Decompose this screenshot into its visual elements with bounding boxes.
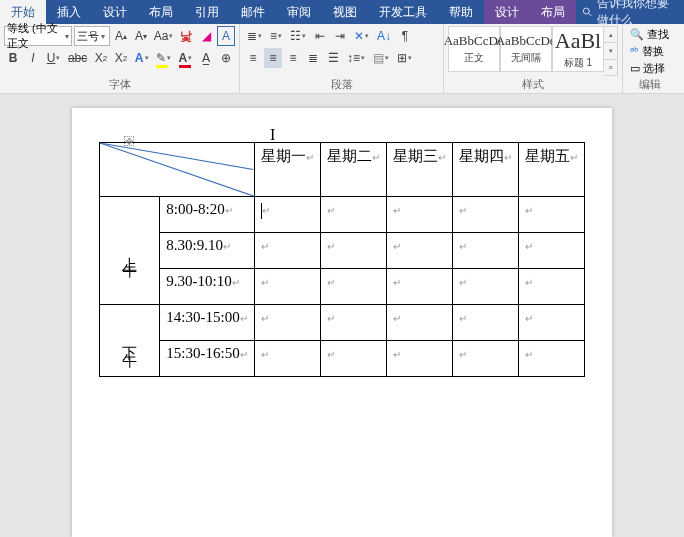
schedule-cell[interactable]: ↵: [386, 305, 452, 341]
bullets-button[interactable]: ≣▾: [244, 26, 265, 46]
align-left-button[interactable]: ≡: [244, 48, 262, 68]
schedule-cell[interactable]: ↵: [452, 305, 518, 341]
time-cell[interactable]: 9.30-10:10↵: [160, 269, 254, 305]
schedule-table[interactable]: 星期一↵ 星期二↵ 星期三↵ 星期四↵ 星期五↵ 上午 8:00-8:20↵ ↵…: [99, 142, 584, 377]
multilevel-button[interactable]: ☷▾: [287, 26, 309, 46]
italic-button[interactable]: I: [24, 48, 42, 68]
header-mon[interactable]: 星期一↵: [254, 143, 320, 197]
schedule-cell[interactable]: ↵: [386, 341, 452, 377]
bold-button[interactable]: B: [4, 48, 22, 68]
enclosed-char-button[interactable]: A̲: [197, 48, 215, 68]
style-gallery[interactable]: AaBbCcDd 正文 AaBbCcDd 无间隔 AaBl 标题 1 ▴ ▾ ≡: [448, 26, 618, 76]
asian-layout-button[interactable]: ✕▾: [351, 26, 372, 46]
shrink-font-button[interactable]: A▾: [132, 26, 150, 46]
select-button[interactable]: ▭选择: [627, 60, 672, 76]
change-case-button[interactable]: Aa▾: [152, 26, 175, 46]
style-heading1[interactable]: AaBl 标题 1: [552, 26, 604, 72]
tab-help[interactable]: 帮助: [438, 0, 484, 24]
show-marks-button[interactable]: ¶: [396, 26, 414, 46]
tab-design[interactable]: 设计: [92, 0, 138, 24]
tab-layout[interactable]: 布局: [138, 0, 184, 24]
schedule-cell[interactable]: ↵: [386, 197, 452, 233]
schedule-cell[interactable]: ↵: [452, 197, 518, 233]
time-cell[interactable]: 15:30-16:50↵: [160, 341, 254, 377]
superscript-button[interactable]: X2: [112, 48, 130, 68]
schedule-cell[interactable]: ↵: [254, 197, 320, 233]
schedule-cell[interactable]: ↵: [452, 233, 518, 269]
font-size-select[interactable]: 三号▾: [74, 26, 109, 46]
schedule-cell[interactable]: ↵: [518, 269, 584, 305]
header-thu[interactable]: 星期四↵: [452, 143, 518, 197]
find-button[interactable]: 🔍查找: [627, 26, 672, 42]
section-am[interactable]: 上午: [100, 197, 160, 305]
schedule-cell[interactable]: ↵: [254, 305, 320, 341]
clear-format-button[interactable]: ◢: [197, 26, 215, 46]
inc-indent-button[interactable]: ⇥: [331, 26, 349, 46]
subscript-button[interactable]: X2: [92, 48, 110, 68]
schedule-cell[interactable]: ↵: [254, 341, 320, 377]
grow-font-button[interactable]: A▴: [112, 26, 130, 46]
tab-review[interactable]: 审阅: [276, 0, 322, 24]
schedule-cell[interactable]: ↵: [518, 233, 584, 269]
diag-header-cell[interactable]: [100, 143, 254, 197]
style-down-icon[interactable]: ▾: [604, 43, 617, 59]
char-border-button[interactable]: A: [217, 26, 235, 46]
phonetic-guide-button[interactable]: 낯: [177, 26, 195, 46]
align-center-button[interactable]: ≡: [264, 48, 282, 68]
replace-button[interactable]: ᵃᵇ替换: [627, 43, 672, 59]
line-spacing-button[interactable]: ↕≡▾: [344, 48, 368, 68]
schedule-cell[interactable]: ↵: [518, 305, 584, 341]
dec-indent-button[interactable]: ⇤: [311, 26, 329, 46]
sort-button[interactable]: A↓: [374, 26, 394, 46]
style-more-icon[interactable]: ≡: [604, 60, 617, 75]
font-color-button[interactable]: A▾: [176, 48, 195, 68]
header-wed[interactable]: 星期三↵: [386, 143, 452, 197]
schedule-cell[interactable]: ↵: [386, 233, 452, 269]
schedule-cell[interactable]: ↵: [386, 269, 452, 305]
style-nospace[interactable]: AaBbCcDd 无间隔: [500, 26, 552, 72]
underline-button[interactable]: U▾: [44, 48, 63, 68]
time-cell[interactable]: 14:30-15:00↵: [160, 305, 254, 341]
highlight-button[interactable]: ✎▾: [153, 48, 174, 68]
schedule-cell[interactable]: ↵: [320, 197, 386, 233]
schedule-cell[interactable]: ↵: [320, 305, 386, 341]
distribute-button[interactable]: ☰: [324, 48, 342, 68]
schedule-cell[interactable]: ↵: [320, 233, 386, 269]
style-up-icon[interactable]: ▴: [604, 27, 617, 43]
schedule-cell[interactable]: ↵: [320, 269, 386, 305]
time-cell[interactable]: 8.30:9.10↵: [160, 233, 254, 269]
table-row: 8.30:9.10↵ ↵ ↵ ↵ ↵ ↵: [100, 233, 584, 269]
schedule-cell[interactable]: ↵: [452, 269, 518, 305]
style-normal[interactable]: AaBbCcDd 正文: [448, 26, 500, 72]
borders-button[interactable]: ⊞▾: [394, 48, 415, 68]
numbering-button[interactable]: ≡▾: [267, 26, 285, 46]
align-right-button[interactable]: ≡: [284, 48, 302, 68]
page[interactable]: ✥ I 星期一↵ 星期二↵ 星期三↵ 星期四↵ 星期五↵ 上午 8:00-8:2…: [72, 108, 612, 537]
tab-references[interactable]: 引用: [184, 0, 230, 24]
schedule-cell[interactable]: ↵: [518, 341, 584, 377]
header-fri[interactable]: 星期五↵: [518, 143, 584, 197]
tell-me-search[interactable]: 告诉我你想要做什么: [576, 0, 684, 24]
schedule-cell[interactable]: ↵: [320, 341, 386, 377]
tab-dev[interactable]: 开发工具: [368, 0, 438, 24]
section-pm[interactable]: 下午: [100, 305, 160, 377]
shading-button[interactable]: ▤▾: [370, 48, 392, 68]
header-tue[interactable]: 星期二↵: [320, 143, 386, 197]
tab-context-layout[interactable]: 布局: [530, 0, 576, 24]
tab-mail[interactable]: 邮件: [230, 0, 276, 24]
strike-button[interactable]: abc: [65, 48, 90, 68]
char-shading-button[interactable]: ⊕: [217, 48, 235, 68]
font-family-select[interactable]: 等线 (中文正文▾: [4, 26, 72, 46]
justify-button[interactable]: ≣: [304, 48, 322, 68]
text-effects-button[interactable]: A▾: [132, 48, 151, 68]
tab-view[interactable]: 视图: [322, 0, 368, 24]
schedule-cell[interactable]: ↵: [518, 197, 584, 233]
schedule-cell[interactable]: ↵: [254, 233, 320, 269]
replace-icon: ᵃᵇ: [630, 45, 639, 58]
tab-context-design[interactable]: 设计: [484, 0, 530, 24]
schedule-cell[interactable]: ↵: [254, 269, 320, 305]
style-gallery-scroll[interactable]: ▴ ▾ ≡: [604, 26, 618, 76]
time-cell[interactable]: 8:00-8:20↵: [160, 197, 254, 233]
schedule-cell[interactable]: ↵: [452, 341, 518, 377]
find-icon: 🔍: [630, 28, 644, 41]
